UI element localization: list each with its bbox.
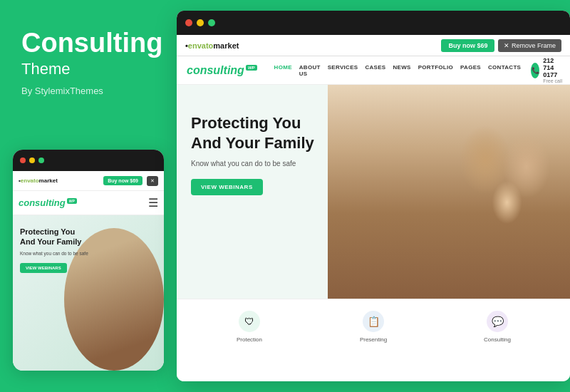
- nav-item-about[interactable]: ABOUT US: [299, 64, 321, 77]
- desktop-hero-title: Protecting You And Your Family: [191, 113, 319, 153]
- desktop-nav: consultingWP HOME ABOUT US SERVICES CASE…: [177, 56, 570, 85]
- mobile-top-bar: [13, 150, 164, 171]
- phone-icon: 📞: [531, 63, 539, 78]
- nav-item-news[interactable]: NEWS: [393, 64, 411, 77]
- desktop-hero: Protecting You And Your Family Know what…: [177, 85, 570, 299]
- desktop-wp-badge: WP: [246, 65, 257, 71]
- author-label: By StylemixThemes: [21, 86, 155, 96]
- bottom-item-2: 📋 Presenting: [315, 311, 432, 343]
- mobile-hero-content: Protecting You And Your Family Know what…: [20, 227, 91, 273]
- mobile-logo: consultingWP: [19, 197, 77, 208]
- desktop-envato-bar: •envatomarket Buy now $69 ✕ Remove Frame: [177, 35, 570, 56]
- mobile-hero: Protecting You And Your Family Know what…: [13, 215, 164, 371]
- desktop-remove-button[interactable]: ✕ Remove Frame: [498, 39, 561, 52]
- mobile-dot-yellow: [29, 158, 35, 163]
- desktop-hero-subtitle: Know what you can do to be safe: [191, 160, 305, 167]
- mobile-view-webinars-button[interactable]: VIEW WEBINARS: [20, 263, 67, 273]
- desktop-dot-yellow: [197, 19, 204, 26]
- desktop-top-bar: [177, 11, 570, 35]
- family-photo-bg: [328, 85, 570, 299]
- desktop-mockup: •envatomarket Buy now $69 ✕ Remove Frame…: [177, 11, 570, 381]
- mobile-envato-logo: •envatomarket: [19, 177, 58, 184]
- mobile-mockup: •envatomarket Buy now $69 ✕ consultingWP…: [13, 150, 164, 371]
- mobile-hamburger-icon[interactable]: ☰: [148, 196, 158, 210]
- phone-number: 212 714 0177: [543, 57, 564, 78]
- phone-free-label: Free call: [543, 78, 564, 83]
- desktop-envato-logo: •envatomarket: [185, 41, 239, 50]
- mobile-hero-subtitle: Know what you can do to be safe: [20, 251, 91, 256]
- desktop-view-webinars-button[interactable]: VIEW WEBINARS: [191, 179, 263, 195]
- bottom-icon-2: 📋: [363, 311, 384, 332]
- nav-item-contacts[interactable]: CONTACTS: [488, 64, 521, 77]
- desktop-dot-red: [185, 19, 192, 26]
- desktop-logo: consultingWP: [187, 64, 257, 77]
- bottom-item-3: 💬 Consulting: [439, 311, 556, 343]
- nav-item-portfolio[interactable]: PORTFOLIO: [418, 64, 453, 77]
- mobile-nav-bar: consultingWP ☰: [13, 191, 164, 215]
- mobile-dot-red: [20, 158, 26, 163]
- desktop-bottom-section: 🛡 Protection 📋 Presenting 💬 Consulting: [177, 299, 570, 381]
- mobile-buy-button[interactable]: Buy now $69: [103, 176, 142, 185]
- family-photo: [328, 85, 570, 299]
- mobile-dot-green: [38, 158, 44, 163]
- nav-item-services[interactable]: SERVICES: [328, 64, 358, 77]
- nav-item-cases[interactable]: CASES: [365, 64, 385, 77]
- bottom-label-2: Presenting: [360, 336, 387, 343]
- desktop-buy-button[interactable]: Buy now $69: [441, 39, 494, 52]
- desktop-dot-green: [208, 19, 215, 26]
- bottom-label-3: Consulting: [484, 336, 511, 343]
- phone-text: 212 714 0177 Free call: [543, 57, 564, 83]
- mobile-wp-badge: WP: [67, 198, 77, 204]
- bottom-item-1: 🛡 Protection: [191, 311, 308, 343]
- bottom-icon-3: 💬: [487, 311, 508, 332]
- mobile-hero-title: Protecting You And Your Family: [20, 227, 91, 247]
- left-panel: Consulting Theme By StylemixThemes •enva…: [0, 0, 177, 392]
- theme-subtitle: Theme: [21, 60, 155, 78]
- desktop-hero-content: Protecting You And Your Family Know what…: [191, 113, 319, 195]
- phone-area: 📞 212 714 0177 Free call: [531, 57, 564, 83]
- mobile-envato-bar: •envatomarket Buy now $69 ✕: [13, 171, 164, 191]
- nav-item-pages[interactable]: PAGES: [460, 64, 481, 77]
- bottom-icon-1: 🛡: [239, 311, 260, 332]
- theme-title: Consulting: [21, 29, 155, 58]
- bottom-label-1: Protection: [237, 336, 262, 343]
- desktop-nav-items: HOME ABOUT US SERVICES CASES NEWS PORTFO…: [274, 64, 522, 77]
- mobile-close-button[interactable]: ✕: [147, 176, 158, 186]
- nav-item-home[interactable]: HOME: [274, 64, 292, 77]
